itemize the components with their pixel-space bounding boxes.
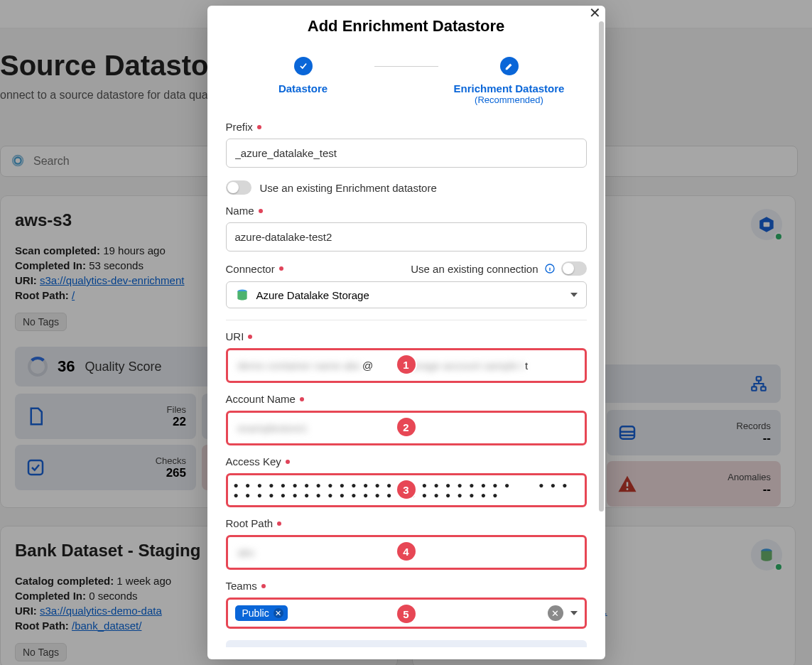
- name-label: Name: [226, 205, 587, 217]
- connector-select[interactable]: Azure Datalake Storage: [226, 281, 587, 308]
- required-dot-icon: [286, 460, 290, 464]
- team-pill-label: Public: [242, 607, 269, 619]
- remove-pill-icon[interactable]: ✕: [274, 608, 283, 618]
- step-label: Datastore: [278, 82, 327, 94]
- azure-datalake-icon: [235, 288, 249, 302]
- prefix-label: Prefix: [226, 121, 587, 133]
- modal-title: Add Enrichment Datastore: [226, 6, 587, 36]
- stepper: Datastore Enrichment Datastore (Recommen…: [226, 57, 587, 105]
- root-path-label: Root Path: [226, 517, 587, 529]
- step-label: Enrichment Datastore: [454, 82, 565, 94]
- connector-value: Azure Datalake Storage: [256, 289, 369, 301]
- info-icon[interactable]: [544, 263, 556, 274]
- callout-badge-4: 4: [397, 542, 416, 561]
- required-dot-icon: [248, 335, 252, 339]
- step-sublabel: (Recommended): [475, 94, 543, 105]
- step-connector: [374, 66, 438, 67]
- callout-badge-1: 1: [397, 355, 416, 374]
- bottom-panel-peek: [226, 640, 587, 647]
- chevron-down-icon: [570, 293, 578, 297]
- divider: [226, 320, 587, 320]
- callout-badge-3: 3: [397, 480, 416, 499]
- required-dot-icon: [279, 266, 283, 271]
- check-icon: [298, 61, 308, 71]
- use-existing-connection-toggle[interactable]: [561, 261, 587, 276]
- name-input[interactable]: [226, 222, 587, 252]
- prefix-input[interactable]: [226, 139, 587, 168]
- required-dot-icon: [277, 521, 281, 526]
- team-pill-public[interactable]: Public ✕: [235, 605, 288, 621]
- add-enrichment-datastore-modal: ✕ Add Enrichment Datastore Datastore Enr…: [207, 6, 605, 659]
- required-dot-icon: [257, 125, 261, 129]
- modal-scrollbar[interactable]: [599, 21, 604, 512]
- pencil-icon: [504, 61, 514, 71]
- callout-badge-5: 5: [397, 605, 416, 623]
- use-existing-enrichment-label: Use an existing Enrichment datastore: [260, 182, 437, 194]
- connector-label: Connector: [226, 263, 283, 275]
- teams-label: Teams: [226, 580, 587, 592]
- required-dot-icon: [261, 584, 266, 588]
- step-datastore[interactable]: Datastore: [232, 57, 374, 94]
- use-existing-enrichment-toggle[interactable]: [226, 180, 251, 195]
- clear-all-icon[interactable]: ✕: [548, 605, 563, 621]
- required-dot-icon: [300, 397, 304, 401]
- account-name-label: Account Name: [226, 393, 587, 405]
- required-dot-icon: [259, 209, 263, 213]
- use-existing-connection-label: Use an existing connection: [411, 263, 538, 275]
- callout-badge-2: 2: [397, 418, 416, 436]
- uri-label: URI: [226, 330, 587, 342]
- close-icon[interactable]: ✕: [589, 4, 601, 21]
- access-key-label: Access Key: [226, 455, 587, 467]
- chevron-down-icon[interactable]: [570, 611, 578, 615]
- step-enrichment-datastore[interactable]: Enrichment Datastore (Recommended): [438, 57, 580, 105]
